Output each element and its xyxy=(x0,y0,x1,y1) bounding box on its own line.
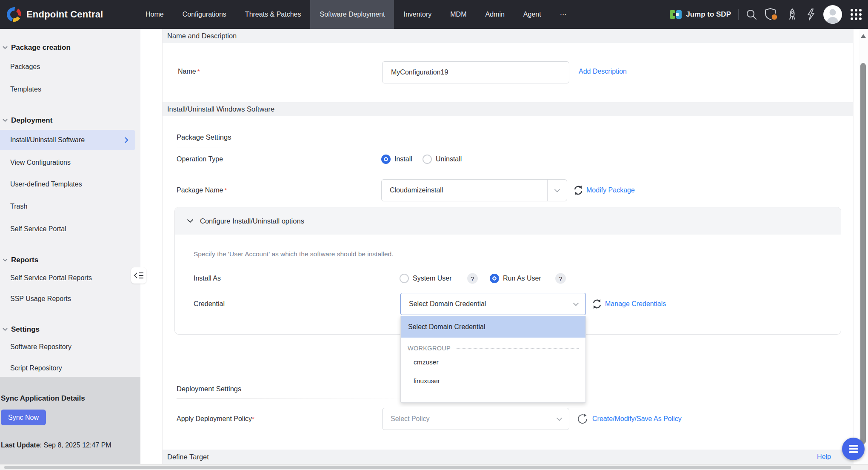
assistant-rocket-icon[interactable] xyxy=(786,8,799,21)
chevron-down-icon xyxy=(187,219,194,223)
person-icon xyxy=(823,5,842,24)
sidebar-section-package-creation[interactable]: Package creation xyxy=(3,43,71,52)
brand: Endpoint Central xyxy=(6,0,103,29)
sidebar-collapse-button[interactable] xyxy=(131,267,146,284)
operation-install-radio[interactable] xyxy=(381,155,391,164)
horizontal-scrollbar[interactable] xyxy=(0,464,868,470)
chevron-down-icon xyxy=(550,417,569,421)
run-as-user-help-icon[interactable]: ? xyxy=(555,273,566,284)
nav-item-home[interactable]: Home xyxy=(136,0,173,29)
nav-right-cluster: Jump to SDP xyxy=(669,0,863,29)
apply-policy-select[interactable]: Select Policy xyxy=(382,408,569,430)
install-as-label: Install As xyxy=(194,275,221,282)
endpoint-central-app: Endpoint Central Home Configurations Thr… xyxy=(0,0,868,470)
configure-options-panel: Configure Install/Uninstall options xyxy=(174,207,841,335)
system-user-help-icon[interactable]: ? xyxy=(467,273,478,284)
nav-item-more[interactable]: ··· xyxy=(551,0,576,29)
sidebar-section-settings[interactable]: Settings xyxy=(3,325,40,334)
main-content: Name and Description Name* Add Descripti… xyxy=(140,29,868,464)
scroll-up-arrow-icon[interactable] xyxy=(861,34,866,38)
sidebar-item-user-defined-templates[interactable]: User-defined Templates xyxy=(10,181,82,188)
nav-item-mdm[interactable]: MDM xyxy=(441,0,476,29)
endpoint-central-logo-icon xyxy=(6,6,22,23)
search-icon[interactable] xyxy=(746,9,757,20)
sidebar-item-self-service-portal[interactable]: Self Service Portal xyxy=(10,225,66,233)
collapse-sidebar-icon xyxy=(134,271,144,280)
manage-credentials-link[interactable]: Manage Credentials xyxy=(605,300,666,308)
required-marker: * xyxy=(224,186,227,194)
sidebar-item-ssp-usage-reports[interactable]: SSP Usage Reports xyxy=(10,295,71,303)
content-right-edge xyxy=(854,29,854,464)
run-as-user-label[interactable]: Run As User xyxy=(503,275,541,282)
create-modify-policy-link[interactable]: Create/Modify/Save As Policy xyxy=(592,415,682,423)
sidebar-item-install-uninstall-software[interactable]: Install/Uninstall Software xyxy=(0,130,135,150)
sidebar-section-deployment[interactable]: Deployment xyxy=(3,116,52,125)
name-input[interactable] xyxy=(382,61,569,83)
package-name-select[interactable]: Cloudamizeinstall xyxy=(381,179,567,201)
dropdown-option-select-domain-credential[interactable]: Select Domain Credential xyxy=(401,316,585,338)
sidebar: Package creation Packages Templates Depl… xyxy=(0,29,140,464)
nav-item-agent[interactable]: Agent xyxy=(514,0,551,29)
system-user-label[interactable]: System User xyxy=(413,275,452,282)
sync-application-panel: Sync Application Details Sync Now Last U… xyxy=(0,377,140,464)
credential-dropdown-menu: Select Domain Credential WORKGROUP cmzus… xyxy=(400,316,586,403)
nav-item-software-deployment[interactable]: Software Deployment xyxy=(310,0,394,29)
deployment-settings-underline xyxy=(177,398,408,399)
jump-to-sdp-button[interactable]: Jump to SDP xyxy=(669,9,731,20)
operation-install-label[interactable]: Install xyxy=(394,155,412,163)
nav-item-inventory[interactable]: Inventory xyxy=(394,0,441,29)
chevron-down-icon xyxy=(3,328,8,331)
sidebar-section-reports[interactable]: Reports xyxy=(3,256,38,264)
chevron-down-icon xyxy=(566,302,585,306)
package-settings-title: Package Settings xyxy=(177,133,231,141)
sidebar-item-templates[interactable]: Templates xyxy=(10,86,41,93)
deployment-settings-title: Deployment Settings xyxy=(177,385,241,393)
run-as-user-radio[interactable] xyxy=(490,274,499,283)
credential-select[interactable]: Select Domain Credential xyxy=(400,293,586,315)
operation-type-label: Operation Type xyxy=(177,155,223,163)
modify-package-link[interactable]: Modify Package xyxy=(586,186,635,194)
refresh-credentials-icon[interactable] xyxy=(591,298,602,310)
top-navbar: Endpoint Central Home Configurations Thr… xyxy=(0,0,868,29)
sidebar-item-packages[interactable]: Packages xyxy=(10,63,40,71)
chevron-down-icon xyxy=(3,46,8,49)
configure-options-header[interactable]: Configure Install/Uninstall options xyxy=(175,207,841,235)
sidebar-item-software-repository[interactable]: Software Repository xyxy=(10,343,71,351)
chevron-down-icon xyxy=(3,119,8,122)
section-header-name-description: Name and Description xyxy=(163,29,853,43)
required-marker: * xyxy=(252,415,254,422)
section-header-install-uninstall: Install/Uninstall Windows Software xyxy=(163,102,853,116)
system-user-radio[interactable] xyxy=(400,274,409,283)
user-avatar[interactable] xyxy=(823,5,842,24)
nav-item-threats-patches[interactable]: Threats & Patches xyxy=(236,0,311,29)
main-nav: Home Configurations Threats & Patches So… xyxy=(136,0,576,29)
help-link[interactable]: Help xyxy=(817,453,831,461)
nav-item-admin[interactable]: Admin xyxy=(476,0,514,29)
nav-item-configurations[interactable]: Configurations xyxy=(173,0,236,29)
apps-grid-icon[interactable] xyxy=(849,8,863,21)
sync-panel-title: Sync Application Details xyxy=(1,394,85,403)
sync-now-button[interactable]: Sync Now xyxy=(1,410,46,425)
dropdown-option-linuxuser[interactable]: linuxuser xyxy=(401,372,585,390)
vertical-scrollbar[interactable] xyxy=(859,29,868,464)
sidebar-item-script-repository[interactable]: Script Repository xyxy=(10,364,62,372)
refresh-package-icon[interactable] xyxy=(573,185,584,196)
sidebar-item-view-configurations[interactable]: View Configurations xyxy=(10,159,71,166)
vertical-scrollbar-thumb[interactable] xyxy=(860,63,866,444)
add-description-link[interactable]: Add Description xyxy=(579,68,627,75)
sidebar-item-trash[interactable]: Trash xyxy=(10,203,27,210)
name-label: Name* xyxy=(178,68,200,75)
section-header-define-target: Define Target Help xyxy=(163,450,853,464)
sidebar-item-ssp-reports[interactable]: Self Service Portal Reports xyxy=(10,274,92,282)
dropdown-option-cmzuser[interactable]: cmzuser xyxy=(401,353,585,372)
security-shield-icon[interactable] xyxy=(765,8,779,21)
refresh-policy-icon[interactable] xyxy=(576,413,589,425)
lightning-bolt-icon[interactable] xyxy=(806,8,816,21)
hamburger-icon xyxy=(849,445,858,447)
operation-uninstall-label[interactable]: Uninstall xyxy=(436,155,462,163)
dropdown-group-workgroup: WORKGROUP xyxy=(401,344,585,353)
operation-uninstall-radio[interactable] xyxy=(423,155,432,164)
floating-menu-button[interactable] xyxy=(842,438,865,460)
horizontal-scrollbar-thumb[interactable] xyxy=(4,466,851,469)
chevron-down-icon xyxy=(548,189,567,192)
